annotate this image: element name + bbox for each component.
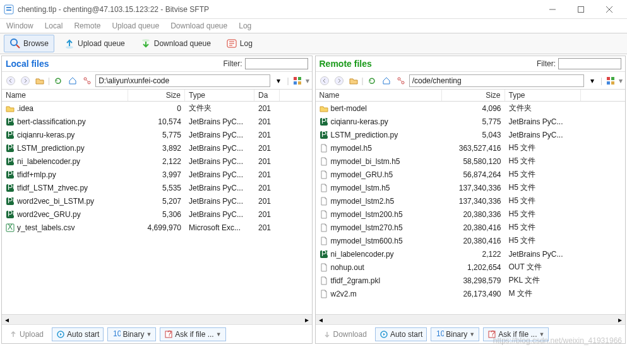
file-name: tfidf_2gram.pkl: [316, 276, 442, 285]
file-row[interactable]: PCciqianru-keras.py5,775JetBrains PyC...…: [2, 128, 312, 141]
file-row[interactable]: w2v2.m26,173,490M 文件: [316, 287, 626, 300]
ask-if-file-button[interactable]: ? Ask if file ... ▼: [483, 327, 549, 341]
chevron-down-icon: ▼: [146, 331, 152, 338]
col-size[interactable]: Size: [128, 90, 185, 101]
scroll-right-icon[interactable]: ▸: [615, 315, 625, 324]
file-row[interactable]: PCword2vec_GRU.py5,306JetBrains PyC...20…: [2, 208, 312, 221]
file-row[interactable]: mymodel_lstm270.h520,380,416H5 文件: [316, 221, 626, 234]
col-type[interactable]: Type: [505, 90, 581, 101]
file-row[interactable]: PCni_labelencoder.py2,122JetBrains PyC..…: [316, 247, 626, 261]
file-row[interactable]: bert-model4,096文件夹: [316, 102, 626, 115]
file-name: bert-model: [316, 104, 442, 113]
scroll-left-icon[interactable]: ◂: [316, 315, 326, 324]
log-button[interactable]: Log: [220, 35, 258, 52]
local-title: Local files: [6, 59, 49, 69]
file-type: OUT 文件: [505, 262, 581, 273]
view-mode-button[interactable]: [291, 74, 304, 87]
browse-button[interactable]: Browse: [4, 35, 54, 52]
local-file-list[interactable]: .idea0文件夹201PCbert-classification.py10,5…: [2, 102, 312, 314]
file-row[interactable]: .idea0文件夹201: [2, 102, 312, 115]
bookmark-button[interactable]: [395, 74, 407, 87]
bookmark-button[interactable]: [81, 74, 93, 87]
file-row[interactable]: PCtfidf+mlp.py3,997JetBrains PyC...201: [2, 168, 312, 181]
download-queue-button[interactable]: Download queue: [134, 35, 217, 52]
binary-button[interactable]: 101 Binary ▼: [431, 327, 479, 341]
forward-button[interactable]: [333, 74, 345, 87]
folder-nav-icon[interactable]: [347, 74, 360, 87]
file-row[interactable]: PCLSTM_prediction.py5,043JetBrains PyC..…: [316, 128, 626, 141]
ask-icon: ?: [164, 330, 173, 339]
menu-window[interactable]: Window: [6, 21, 33, 30]
home-button[interactable]: [380, 74, 393, 87]
file-row[interactable]: nohup.out1,202,654OUT 文件: [316, 261, 626, 274]
svg-rect-22: [298, 81, 301, 85]
file-type: H5 文件: [505, 156, 581, 167]
file-type: JetBrains PyC...: [505, 117, 581, 126]
col-name[interactable]: Name: [2, 90, 128, 101]
file-row[interactable]: mymodel_lstm2.h5137,340,336H5 文件: [316, 194, 626, 208]
file-size: 5,535: [128, 184, 185, 192]
local-path-input[interactable]: [95, 74, 270, 87]
file-row[interactable]: mymodel_GRU.h556,874,264H5 文件: [316, 168, 626, 181]
file-row[interactable]: mymodel_lstm.h5137,340,336H5 文件: [316, 181, 626, 194]
download-button[interactable]: Download: [318, 327, 371, 341]
menu-log[interactable]: Log: [239, 21, 251, 30]
binary-button[interactable]: 101 Binary ▼: [107, 327, 156, 341]
folder-nav-icon[interactable]: [33, 74, 46, 87]
col-type[interactable]: Type: [185, 90, 254, 101]
menu-local[interactable]: Local: [45, 21, 63, 30]
file-row[interactable]: PCni_labelencoder.py2,122JetBrains PyC..…: [2, 155, 312, 168]
remote-bottombar: Download Auto start 101 Binary ▼ ? Ask i…: [316, 324, 626, 343]
scroll-right-icon[interactable]: ▸: [302, 315, 312, 324]
refresh-button[interactable]: [52, 74, 64, 87]
local-hscroll[interactable]: ◂ ▸: [2, 314, 312, 324]
scroll-left-icon[interactable]: ◂: [2, 315, 12, 324]
view-mode-button[interactable]: [604, 74, 617, 87]
file-row[interactable]: PCword2vec_bi_LSTM.py5,207JetBrains PyC.…: [2, 194, 312, 208]
file-type: 文件夹: [505, 103, 581, 114]
file-name: PCciqianru-keras.py: [316, 117, 442, 126]
home-button[interactable]: [66, 74, 79, 87]
menu-remote[interactable]: Remote: [74, 21, 100, 30]
back-button[interactable]: [4, 74, 17, 87]
col-size[interactable]: Size: [442, 90, 505, 101]
file-name: mymodel_lstm270.h5: [316, 223, 442, 232]
remote-file-list[interactable]: bert-model4,096文件夹PCciqianru-keras.py5,7…: [316, 102, 626, 314]
file-row[interactable]: mymodel_lstm200.h520,380,336H5 文件: [316, 208, 626, 221]
local-filter-input[interactable]: [245, 58, 308, 69]
menu-upload-queue[interactable]: Upload queue: [112, 21, 159, 30]
col-date[interactable]: Da: [254, 90, 280, 101]
path-dropdown[interactable]: ▾: [586, 74, 599, 87]
remote-filter-input[interactable]: [558, 58, 621, 69]
remote-hscroll[interactable]: ◂ ▸: [316, 314, 626, 324]
auto-start-button[interactable]: Auto start: [52, 327, 104, 341]
back-button[interactable]: [318, 74, 331, 87]
file-size: 58,580,120: [442, 157, 505, 166]
file-row[interactable]: Xy_test_labels.csv4,699,970Microsoft Exc…: [2, 221, 312, 234]
upload-button[interactable]: Upload: [4, 327, 48, 341]
auto-start-button[interactable]: Auto start: [375, 327, 427, 341]
menu-download-queue[interactable]: Download queue: [170, 21, 227, 30]
forward-button[interactable]: [19, 74, 32, 87]
file-row[interactable]: PCciqianru-keras.py5,775JetBrains PyC...: [316, 115, 626, 128]
menubar: Window Local Remote Upload queue Downloa…: [0, 19, 627, 33]
remote-path-input[interactable]: [409, 74, 584, 87]
file-size: 56,874,264: [442, 170, 505, 179]
file-row[interactable]: PCbert-classification.py10,574JetBrains …: [2, 115, 312, 128]
col-name[interactable]: Name: [316, 90, 442, 101]
file-row[interactable]: PCLSTM_prediction.py3,892JetBrains PyC..…: [2, 141, 312, 155]
maximize-button[interactable]: [566, 1, 595, 18]
file-row[interactable]: mymodel.h5363,527,416H5 文件: [316, 141, 626, 155]
close-button[interactable]: [595, 1, 623, 18]
refresh-button[interactable]: [366, 74, 378, 87]
file-row[interactable]: mymodel_lstm600.h520,380,416H5 文件: [316, 234, 626, 247]
file-size: 3,892: [128, 144, 185, 153]
path-dropdown[interactable]: ▾: [272, 74, 285, 87]
minimize-button[interactable]: [538, 1, 566, 18]
upload-queue-button[interactable]: Upload queue: [58, 35, 131, 52]
file-row[interactable]: tfidf_2gram.pkl38,298,579PKL 文件: [316, 274, 626, 287]
file-row[interactable]: PCtfidf_LSTM_zhvec.py5,535JetBrains PyC.…: [2, 181, 312, 194]
file-row[interactable]: mymodel_bi_lstm.h558,580,120H5 文件: [316, 155, 626, 168]
ask-if-file-button[interactable]: ? Ask if file ... ▼: [160, 327, 225, 341]
svg-point-10: [142, 39, 150, 42]
